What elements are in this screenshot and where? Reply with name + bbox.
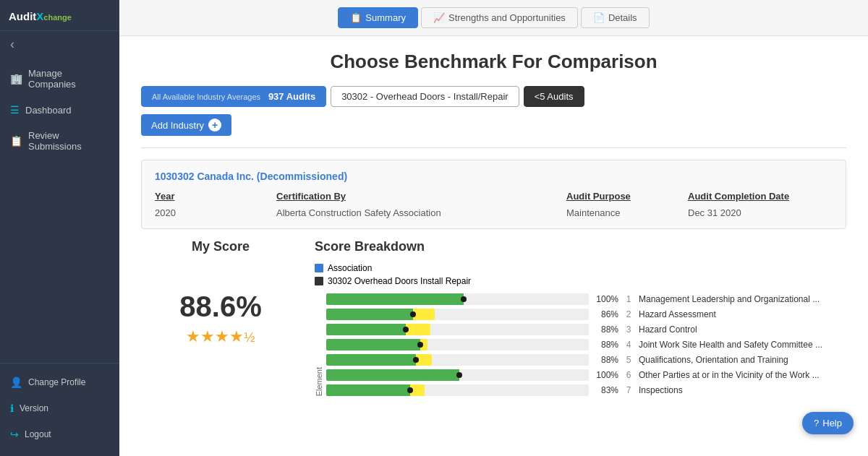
submissions-icon: 📋 <box>10 135 22 147</box>
year-header: Year <box>155 191 271 202</box>
marker-dot <box>456 372 462 378</box>
sidebar: AuditXchange ‹ 🏢 Manage Companies ☰ Dash… <box>0 0 119 456</box>
summary-icon: 📋 <box>350 12 362 23</box>
legend-label-association: Association <box>328 263 372 273</box>
tab-details[interactable]: 📄 Details <box>581 7 650 28</box>
help-button[interactable]: ? Help <box>802 412 854 434</box>
add-industry-row: Add Industry + <box>141 114 846 136</box>
cert-header: Certification By <box>276 191 561 202</box>
audit-details: Year Certification By Audit Purpose Audi… <box>155 191 833 218</box>
info-icon: ℹ <box>10 403 14 414</box>
my-score-panel: My Score 88.6% ★★★★½ <box>141 239 300 396</box>
bar-pct: 100% <box>593 370 618 380</box>
building-icon: 🏢 <box>10 73 22 85</box>
back-button[interactable]: ‹ <box>0 31 119 58</box>
plus-icon: + <box>208 119 221 132</box>
sidebar-item-review-submissions[interactable]: 📋 Review Submissions <box>0 123 119 159</box>
bar-right-info: 88% 3 Hazard Control <box>593 324 846 335</box>
help-icon: ? <box>814 418 819 429</box>
bar-green <box>326 324 406 335</box>
benchmark-overhead-doors[interactable]: 30302 - Overhead Doors - Install/Repair <box>331 86 519 107</box>
sidebar-item-version[interactable]: ℹ Version <box>0 395 119 421</box>
bar-pct: 86% <box>593 309 618 319</box>
bar-row: 83% 7 Inspections <box>326 384 846 396</box>
marker-dot <box>410 311 416 317</box>
cert-value: Alberta Construction Safety Association <box>276 207 561 218</box>
tab-summary[interactable]: 📋 Summary <box>338 7 418 28</box>
sidebar-item-manage-companies[interactable]: 🏢 Manage Companies <box>0 61 119 97</box>
bar-label: Inspections <box>639 385 846 395</box>
page-title: Choose Benchmark For Comparison <box>141 51 846 73</box>
bar-right-info: 86% 2 Hazard Assessment <box>593 309 846 319</box>
legend: Association 30302 Overhead Doors Install… <box>315 263 846 286</box>
bar-green <box>326 354 416 366</box>
bar-label: Hazard Control <box>639 324 846 335</box>
sidebar-item-label: Change Profile <box>28 377 85 387</box>
marker-dot <box>417 342 423 348</box>
legend-item-association: Association <box>315 263 846 273</box>
dashboard-icon: ☰ <box>10 104 20 116</box>
profile-icon: 👤 <box>10 377 22 388</box>
legend-item-overhead: 30302 Overhead Doors Install Repair <box>315 276 846 286</box>
stars: ★★★★½ <box>141 327 300 346</box>
sidebar-item-dashboard[interactable]: ☰ Dashboard <box>0 97 119 123</box>
bar-green <box>326 309 413 320</box>
bar-label: Qualifications, Orientation and Training <box>639 355 846 365</box>
tab-strengths[interactable]: 📈 Strengths and Opportunities <box>421 7 578 28</box>
bar-num: 4 <box>623 340 634 350</box>
completion-header: Audit Completion Date <box>688 191 833 202</box>
bar-chart: Element 100% 1 Management Leadership and… <box>315 293 846 396</box>
bar-label: Hazard Assessment <box>639 309 846 319</box>
sidebar-bottom: 👤 Change Profile ℹ Version ↪ Logout <box>0 363 119 456</box>
help-label: Help <box>822 418 842 429</box>
bar-num: 7 <box>623 385 634 395</box>
page-content: Choose Benchmark For Comparison All Avai… <box>119 36 868 410</box>
sidebar-item-label: Logout <box>25 429 51 439</box>
bar-green <box>326 369 459 381</box>
bar-rows: 100% 1 Management Leadership and Organiz… <box>326 293 846 396</box>
bar-track <box>326 309 589 320</box>
details-icon: 📄 <box>593 12 605 23</box>
audit-card: 1030302 Canada Inc. (Decommissioned) Yea… <box>141 160 846 229</box>
logo-text: AuditXchange <box>9 10 72 22</box>
bar-track <box>326 384 589 396</box>
bar-right-info: 100% 6 Other Parties at or in the Vicini… <box>593 370 846 380</box>
add-industry-button[interactable]: Add Industry + <box>141 114 231 136</box>
bar-right-info: 83% 7 Inspections <box>593 385 846 395</box>
divider <box>141 147 846 148</box>
bar-row: 100% 6 Other Parties at or in the Vicini… <box>326 369 846 381</box>
bar-track <box>326 369 589 381</box>
bar-green <box>326 384 410 396</box>
sidebar-item-logout[interactable]: ↪ Logout <box>0 421 119 447</box>
bar-track <box>326 293 589 305</box>
purpose-header: Audit Purpose <box>566 191 682 202</box>
bar-pct: 88% <box>593 340 618 350</box>
add-industry-label: Add Industry <box>151 120 204 131</box>
completion-value: Dec 31 2020 <box>688 207 833 218</box>
y-axis-label: Element <box>315 367 323 396</box>
benchmark-all-industry[interactable]: All Available Industry Averages 937 Audi… <box>141 86 326 107</box>
legend-box-association <box>315 264 323 272</box>
bar-row: 100% 1 Management Leadership and Organiz… <box>326 293 846 305</box>
bar-track <box>326 324 589 335</box>
sidebar-item-label: Version <box>20 403 48 413</box>
score-value: 88.6% <box>141 291 300 323</box>
score-section: My Score 88.6% ★★★★½ Score Breakdown Ass… <box>141 239 846 396</box>
sidebar-item-label: Dashboard <box>25 105 72 116</box>
top-tabs: 📋 Summary 📈 Strengths and Opportunities … <box>119 0 868 36</box>
bar-pct: 83% <box>593 385 618 395</box>
score-breakdown-panel: Score Breakdown Association 30302 Overhe… <box>315 239 846 396</box>
sidebar-nav: 🏢 Manage Companies ☰ Dashboard 📋 Review … <box>0 58 119 363</box>
marker-dot <box>413 357 419 363</box>
bar-num: 6 <box>623 370 634 380</box>
bar-row: 86% 2 Hazard Assessment <box>326 309 846 320</box>
benchmark-less5[interactable]: <5 Audits <box>524 86 584 107</box>
purpose-value: Maintenance <box>566 207 682 218</box>
marker-dot <box>461 296 467 302</box>
marker-dot <box>407 387 413 393</box>
benchmark-row: All Available Industry Averages 937 Audi… <box>141 86 846 107</box>
sidebar-item-change-profile[interactable]: 👤 Change Profile <box>0 369 119 395</box>
bar-right-info: 88% 5 Qualifications, Orientation and Tr… <box>593 355 846 365</box>
bar-track <box>326 354 589 366</box>
bar-right-info: 100% 1 Management Leadership and Organiz… <box>593 294 846 304</box>
